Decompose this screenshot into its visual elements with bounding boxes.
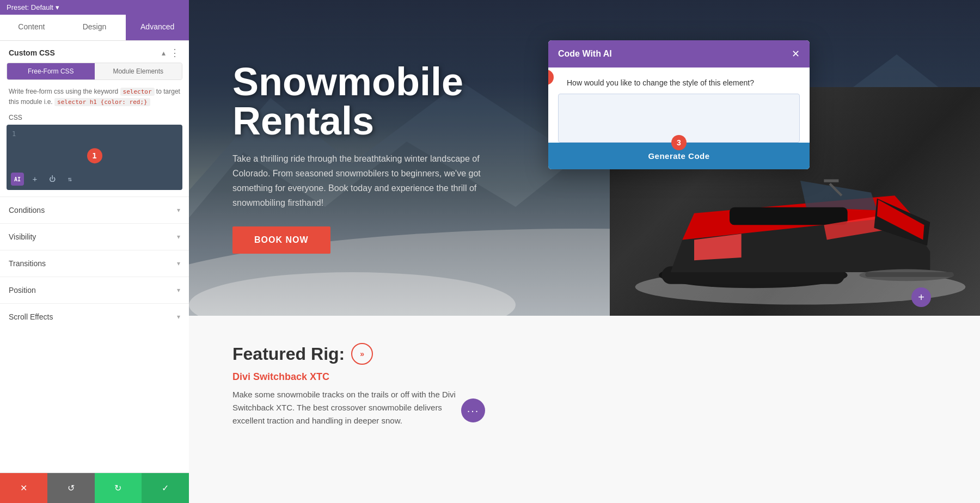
options-icon[interactable]: ⋮ [170,50,180,56]
tab-advanced[interactable]: Advanced [126,15,189,40]
css-hint-example: selector h1 {color: red;} [54,98,150,106]
position-title: Position [9,286,36,295]
css-code-editor[interactable]: 1 AI + ⏻ ⇅ 1 [7,125,182,190]
ai-modal-body: 2 How would you like to change the style… [548,68,810,143]
left-panel: Preset: Default ▾ Content Design Advance… [0,0,189,503]
position-arrow-icon: ▾ [177,286,180,294]
ai-editor-button[interactable]: AI [11,173,24,186]
main-tabs: Content Design Advanced [0,15,189,41]
scroll-effects-header[interactable]: Scroll Effects ▾ [0,304,189,330]
css-label: CSS [0,114,189,125]
transitions-arrow-icon: ▾ [177,260,180,267]
dots-icon: ··· [467,404,480,417]
featured-title-text: Featured Rig: [232,344,345,364]
custom-css-section-header: Custom CSS ▴ ⋮ [0,41,189,63]
featured-title: Featured Rig: » [232,343,936,365]
transitions-section: Transitions ▾ [0,250,189,277]
top-bar: Preset: Default ▾ [0,0,189,15]
book-now-button[interactable]: BOOK NOW [232,226,330,254]
double-arrow-icon: » [351,343,373,365]
hero-description: Take a thrilling ride through the breath… [232,151,516,211]
css-sub-tab-freeform[interactable]: Free-Form CSS [7,63,95,79]
featured-left: Featured Rig: » Divi Switchback XTC Make… [232,343,936,427]
sort-editor-button[interactable]: ⇅ [63,173,76,186]
scroll-effects-section: Scroll Effects ▾ [0,303,189,330]
transitions-title: Transitions [9,259,46,268]
plus-icon: + [918,291,924,304]
undo-button[interactable]: ↺ [47,473,95,503]
conditions-section: Conditions ▾ [0,197,189,223]
undo-icon: ↺ [68,483,75,493]
conditions-header[interactable]: Conditions ▾ [0,197,189,223]
svg-rect-10 [865,272,954,277]
save-icon: ✓ [162,483,169,493]
collapse-icon[interactable]: ▴ [162,48,166,57]
featured-description: Make some snowmobile tracks on the trail… [232,388,472,427]
add-module-button[interactable]: + [911,287,931,307]
section-header-actions: ▴ ⋮ [162,48,180,57]
custom-css-title: Custom CSS [9,48,55,57]
featured-section: Featured Rig: » Divi Switchback XTC Make… [189,316,980,503]
position-section: Position ▾ [0,277,189,303]
close-icon: ✕ [792,48,800,59]
css-hint-keyword: selector [120,88,155,96]
conditions-arrow-icon: ▾ [177,206,180,214]
redo-icon: ↻ [114,483,121,493]
css-sub-tab-module[interactable]: Module Elements [95,63,182,79]
hero-title: Snowmobile Rentals [232,62,559,140]
main-content: Snowmobile Rentals Take a thrilling ride… [189,0,980,503]
hero-content: Snowmobile Rentals Take a thrilling ride… [232,62,559,254]
ai-modal-header: Code With AI ✕ [548,40,810,68]
editor-toolbar: AI + ⏻ ⇅ [11,173,76,186]
svg-rect-8 [730,207,848,225]
transitions-header[interactable]: Transitions ▾ [0,250,189,277]
preset-chevron-icon: ▾ [56,3,59,11]
panel-bottom-bar: ✕ ↺ ↻ ✓ [0,473,189,503]
visibility-section: Visibility ▾ [0,223,189,250]
cancel-icon: ✕ [20,483,27,493]
scroll-effects-arrow-icon: ▾ [177,313,180,321]
dots-menu-button[interactable]: ··· [461,398,485,422]
ai-question-label: How would you like to change the style o… [558,78,800,87]
tab-content[interactable]: Content [0,15,63,40]
badge-1: 1 [87,149,102,164]
visibility-title: Visibility [9,232,36,241]
position-header[interactable]: Position ▾ [0,277,189,303]
tab-design[interactable]: Design [63,15,126,40]
redo-button[interactable]: ↻ [95,473,142,503]
ai-modal: Code With AI ✕ 2 How would you like to c… [548,40,810,169]
visibility-arrow-icon: ▾ [177,233,180,241]
cancel-button[interactable]: ✕ [0,473,47,503]
preset-dropdown[interactable]: Preset: Default ▾ [7,3,59,11]
power-editor-button[interactable]: ⏻ [46,173,59,186]
css-sub-tabs: Free-Form CSS Module Elements [7,63,182,80]
conditions-title: Conditions [9,206,45,214]
ai-modal-title: Code With AI [558,49,612,59]
save-button[interactable]: ✓ [142,473,189,503]
visibility-header[interactable]: Visibility ▾ [0,224,189,250]
preset-label-text: Preset: Default [7,3,53,11]
badge-2: 2 [548,70,554,85]
add-editor-button[interactable]: + [28,173,41,186]
badge-3: 3 [671,135,687,150]
ai-modal-close-button[interactable]: ✕ [792,48,800,60]
line-number: 1 [12,130,16,138]
featured-subtitle: Divi Switchback XTC [232,371,936,383]
panel-content: Custom CSS ▴ ⋮ Free-Form CSS Module Elem… [0,41,189,503]
scroll-effects-title: Scroll Effects [9,312,53,321]
css-hint-text: Write free-form css using the keyword se… [0,87,189,114]
